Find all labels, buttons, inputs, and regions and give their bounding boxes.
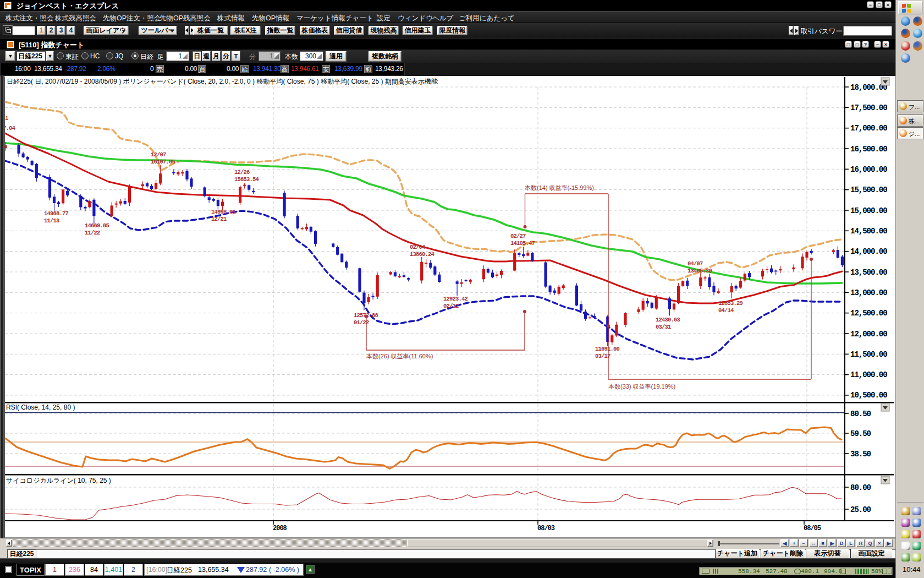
svg-text:14669.85: 14669.85 bbox=[85, 222, 109, 229]
svg-text:12923.42: 12923.42 bbox=[443, 296, 468, 302]
svg-text:13860.24: 13860.24 bbox=[410, 251, 435, 258]
svg-text:本数(14) 収益率(-15.99%): 本数(14) 収益率(-15.99%) bbox=[525, 184, 594, 191]
svg-text:17,000.00: 17,000.00 bbox=[850, 124, 887, 133]
svg-text:12/07: 12/07 bbox=[151, 151, 166, 158]
svg-text:08/03: 08/03 bbox=[537, 525, 555, 532]
svg-text:11691.00: 11691.00 bbox=[595, 346, 620, 352]
svg-text:12,500.00: 12,500.00 bbox=[850, 309, 887, 318]
svg-text:本数(33) 収益率(19.19%): 本数(33) 収益率(19.19%) bbox=[608, 383, 675, 390]
svg-text:12/26: 12/26 bbox=[234, 169, 250, 176]
svg-text:2008: 2008 bbox=[273, 525, 287, 532]
svg-text:13485.30: 13485.30 bbox=[688, 268, 712, 274]
svg-text:10,500.00: 10,500.00 bbox=[850, 391, 887, 400]
svg-text:12572.88: 12572.88 bbox=[354, 312, 378, 319]
svg-text:16,000.00: 16,000.00 bbox=[850, 165, 887, 174]
svg-text:11/13: 11/13 bbox=[44, 217, 59, 224]
svg-text:15,000.00: 15,000.00 bbox=[850, 206, 887, 215]
svg-text:サイコロジカルライン( 10, 75, 25 ): サイコロジカルライン( 10, 75, 25 ) bbox=[6, 477, 111, 484]
svg-text:08/05: 08/05 bbox=[804, 525, 821, 532]
svg-text:日経225( 日, 2007/02/19 - 2008/05: 日経225( 日, 2007/02/19 - 2008/05/09 ) ボリンジ… bbox=[7, 78, 438, 85]
svg-text:12/21: 12/21 bbox=[211, 216, 227, 222]
svg-text:11,000.00: 11,000.00 bbox=[850, 370, 887, 379]
svg-text:03/31: 03/31 bbox=[656, 324, 671, 330]
svg-text:04/07: 04/07 bbox=[688, 260, 703, 267]
svg-text:15653.54: 15653.54 bbox=[234, 176, 259, 183]
svg-text:14,500.00: 14,500.00 bbox=[850, 227, 887, 236]
svg-text:12,000.00: 12,000.00 bbox=[850, 330, 887, 339]
svg-text:17,500.00: 17,500.00 bbox=[850, 103, 887, 112]
svg-text:02/27: 02/27 bbox=[510, 233, 526, 239]
svg-text:13,500.00: 13,500.00 bbox=[850, 268, 887, 277]
svg-text:15,500.00: 15,500.00 bbox=[850, 186, 887, 194]
svg-text:14998.01: 14998.01 bbox=[211, 209, 236, 215]
svg-text:16,500.00: 16,500.00 bbox=[850, 145, 887, 154]
svg-text:14105.47: 14105.47 bbox=[510, 240, 535, 247]
svg-text:80.00: 80.00 bbox=[850, 483, 871, 492]
svg-text:14988.77: 14988.77 bbox=[44, 210, 69, 217]
svg-text:14,000.00: 14,000.00 bbox=[850, 247, 887, 256]
svg-text:12853.29: 12853.29 bbox=[718, 300, 743, 307]
svg-text:01/22: 01/22 bbox=[354, 319, 369, 326]
svg-text:03/17: 03/17 bbox=[595, 353, 610, 359]
svg-text:04/14: 04/14 bbox=[718, 307, 734, 314]
svg-text:12430.63: 12430.63 bbox=[656, 317, 680, 323]
svg-text:80.50: 80.50 bbox=[850, 410, 871, 418]
svg-text:59.50: 59.50 bbox=[850, 429, 871, 438]
svg-text:02/04: 02/04 bbox=[410, 244, 425, 250]
svg-text:RSI( Close, 14, 25, 80 ): RSI( Close, 14, 25, 80 ) bbox=[6, 403, 75, 411]
svg-text:11,500.00: 11,500.00 bbox=[850, 350, 887, 359]
svg-text:1: 1 bbox=[5, 115, 8, 122]
svg-text:11/22: 11/22 bbox=[85, 230, 100, 236]
svg-text:25.00: 25.00 bbox=[850, 505, 871, 514]
svg-text:16107.85: 16107.85 bbox=[151, 159, 175, 165]
svg-text:本数(26) 収益率(11.60%): 本数(26) 収益率(11.60%) bbox=[366, 353, 433, 359]
svg-text:38.50: 38.50 bbox=[850, 450, 871, 459]
svg-text:13,000.00: 13,000.00 bbox=[850, 288, 887, 297]
svg-text:02/12: 02/12 bbox=[443, 303, 459, 309]
